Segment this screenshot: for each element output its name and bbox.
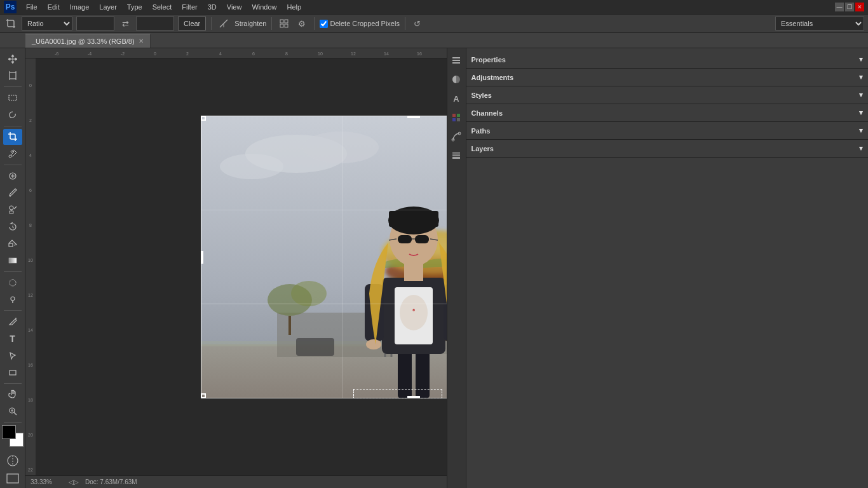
menu-select[interactable]: Select	[148, 2, 177, 12]
document-info: Doc: 7.63M/7.63M	[85, 478, 137, 485]
crop-tool-button[interactable]	[3, 129, 22, 146]
photo-svg: HOTDOG	[201, 116, 447, 398]
tab-filename: _U6A0001.jpg @ 33.3% (RGB/8)	[32, 37, 135, 45]
essentials-dropdown[interactable]: Essentials	[775, 17, 864, 30]
tool-separator-3	[4, 165, 22, 165]
menu-edit[interactable]: Edit	[43, 2, 64, 12]
svg-rect-119	[452, 62, 460, 64]
menu-type[interactable]: Type	[123, 2, 147, 12]
color-boxes[interactable]	[2, 425, 24, 447]
svg-text:-4: -4	[88, 51, 92, 56]
main-layout: T	[0, 48, 868, 488]
paths-section: Paths ▾	[466, 122, 869, 140]
lasso-tool-button[interactable]	[3, 107, 22, 123]
styles-panel-icon[interactable]: A	[448, 90, 465, 107]
hand-tool-button[interactable]	[3, 386, 22, 403]
photoshop-logo: Ps	[4, 1, 17, 13]
tab-close-button[interactable]: ✕	[139, 37, 144, 44]
properties-panel-icon[interactable]	[448, 52, 465, 69]
width-input[interactable]	[76, 17, 114, 30]
straighten-icon[interactable]	[217, 17, 231, 30]
artboard-tool-button[interactable]	[3, 68, 22, 85]
grid-icon[interactable]	[277, 17, 291, 30]
ruler-top-svg: -6 -4 -2 0 2 4 6 8 10 12 14 16 18 20 22 …	[36, 48, 447, 58]
right-layout: A Properties ▾ Adjustments	[447, 48, 869, 488]
close-button[interactable]: ✕	[855, 3, 864, 11]
status-bar: 33.33% ◁▷ Doc: 7.63M/7.63M	[25, 475, 447, 488]
shape-tool-button[interactable]	[3, 364, 22, 381]
zoom-level: 33.33%	[31, 478, 62, 485]
channels-section-title[interactable]: Channels ▾	[471, 107, 864, 119]
menu-file[interactable]: File	[22, 2, 42, 12]
paths-panel-icon[interactable]	[448, 128, 465, 145]
document-tab[interactable]: _U6A0001.jpg @ 33.3% (RGB/8) ✕	[25, 34, 151, 48]
restore-button[interactable]: ❐	[845, 3, 854, 11]
svg-text:12: 12	[28, 293, 33, 297]
canvas-workspace[interactable]: HOTDOG	[36, 58, 447, 475]
minimize-button[interactable]: —	[835, 3, 844, 11]
menu-layer[interactable]: Layer	[95, 2, 121, 12]
styles-section-title[interactable]: Styles ▾	[471, 89, 864, 101]
reset-icon[interactable]: ↺	[410, 17, 424, 30]
adjustments-section-title[interactable]: Adjustments ▾	[471, 71, 864, 83]
menu-3d[interactable]: 3D	[203, 2, 221, 12]
svg-text:18: 18	[28, 398, 33, 402]
menu-window[interactable]: Window	[247, 2, 281, 12]
svg-text:16: 16	[417, 51, 422, 56]
image-container[interactable]: HOTDOG	[201, 116, 447, 398]
layers-section-title[interactable]: Layers ▾	[471, 142, 864, 154]
menu-view[interactable]: View	[222, 2, 247, 12]
paths-section-title[interactable]: Paths ▾	[471, 125, 864, 137]
menu-filter[interactable]: Filter	[177, 2, 201, 12]
stamp-tool-button[interactable]	[3, 201, 22, 218]
ruler-left-svg: 0 2 4 6 8 10 12 14 16 18 20 22	[25, 58, 36, 488]
separator-2	[271, 17, 272, 30]
svg-rect-128	[452, 154, 460, 156]
layers-panel-icon[interactable]	[448, 147, 465, 164]
menu-bar: Ps File Edit Image Layer Type Select Fil…	[0, 0, 868, 14]
svg-rect-105	[398, 235, 412, 243]
channels-panel-icon[interactable]	[448, 109, 465, 126]
delete-cropped-checkbox[interactable]	[320, 20, 328, 28]
svg-text:10: 10	[28, 258, 33, 262]
adjustments-panel-icon[interactable]	[448, 71, 465, 88]
quick-mask-button[interactable]	[3, 452, 22, 469]
eraser-tool-button[interactable]	[3, 236, 22, 252]
move-tool-button[interactable]	[3, 51, 22, 67]
height-input[interactable]	[136, 17, 174, 30]
svg-text:-2: -2	[121, 51, 125, 56]
marquee-tool-button[interactable]	[3, 90, 22, 106]
channels-section: Channels ▾	[466, 104, 869, 122]
svg-text:8: 8	[285, 51, 288, 56]
dodge-tool-button[interactable]	[3, 291, 22, 308]
menu-image[interactable]: Image	[65, 2, 94, 12]
window-controls: — ❐ ✕	[835, 3, 864, 11]
ratio-select[interactable]: Ratio	[22, 17, 72, 30]
svg-point-20	[11, 297, 15, 301]
brush-tool-button[interactable]	[3, 185, 22, 201]
pen-tool-button[interactable]	[3, 313, 22, 330]
blur-tool-button[interactable]	[3, 274, 22, 291]
clear-button[interactable]: Clear	[178, 17, 206, 30]
separator-1	[211, 17, 212, 30]
svg-text:6: 6	[252, 51, 255, 56]
svg-text:14: 14	[384, 51, 389, 56]
svg-point-22	[15, 318, 17, 319]
path-select-tool-button[interactable]	[3, 347, 22, 363]
type-tool-button[interactable]: T	[3, 330, 22, 347]
foreground-color[interactable]	[2, 425, 16, 439]
healing-tool-button[interactable]	[3, 168, 22, 184]
history-tool-button[interactable]	[3, 219, 22, 235]
menu-help[interactable]: Help	[283, 2, 306, 12]
swap-icon[interactable]: ⇄	[118, 17, 132, 30]
navigator-arrow[interactable]: ◁▷	[69, 478, 79, 485]
zoom-tool-button[interactable]	[3, 403, 22, 419]
screen-mode-button[interactable]	[3, 470, 22, 487]
delete-cropped-label[interactable]: Delete Cropped Pixels	[320, 20, 399, 28]
properties-section-title[interactable]: Properties ▾	[471, 53, 864, 65]
gear-icon[interactable]: ⚙	[295, 17, 309, 30]
gradient-tool-button[interactable]	[3, 252, 22, 269]
tab-bar: _U6A0001.jpg @ 33.3% (RGB/8) ✕	[0, 33, 868, 48]
panel-icons: A	[447, 48, 466, 488]
eyedropper-tool-button[interactable]	[3, 146, 22, 162]
